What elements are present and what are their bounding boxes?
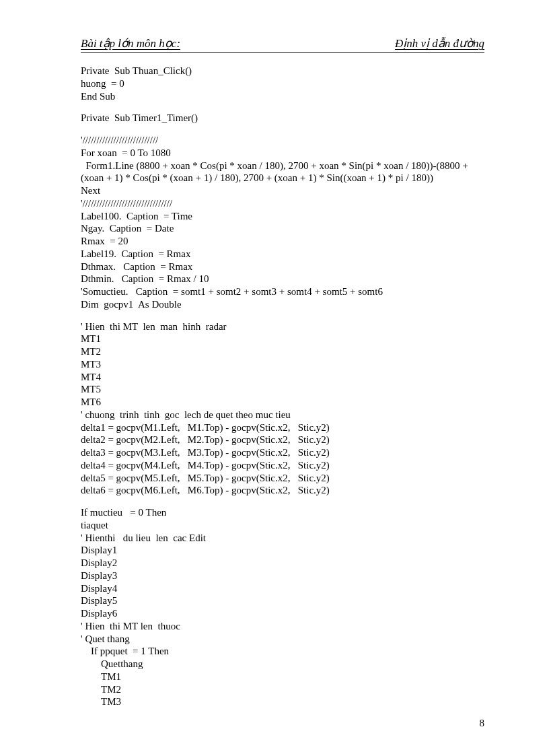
document-page: Bài tập lớn môn học: Định vị dẫn đường P…: [0, 0, 549, 756]
code-block-loop-labels: '/////////////////////////// For xoan = …: [81, 134, 484, 311]
header-right: Định vị dẫn đường: [395, 36, 484, 50]
document-body: Private Sub Thuan_Click() huong = 0 End …: [81, 65, 484, 708]
header-left: Bài tập lớn môn học:: [81, 36, 180, 50]
page-header: Bài tập lớn môn học: Định vị dẫn đường: [81, 36, 484, 53]
code-block-mt-delta: ' Hien thi MT len man hinh radar MT1 MT2…: [81, 320, 484, 497]
code-block-timer1: Private Sub Timer1_Timer(): [81, 112, 484, 125]
code-block-display-quet: If muctieu = 0 Then tiaquet ' Hienthi du…: [81, 506, 484, 708]
page-number: 8: [480, 718, 485, 729]
code-block-thuan-click: Private Sub Thuan_Click() huong = 0 End …: [81, 65, 484, 102]
